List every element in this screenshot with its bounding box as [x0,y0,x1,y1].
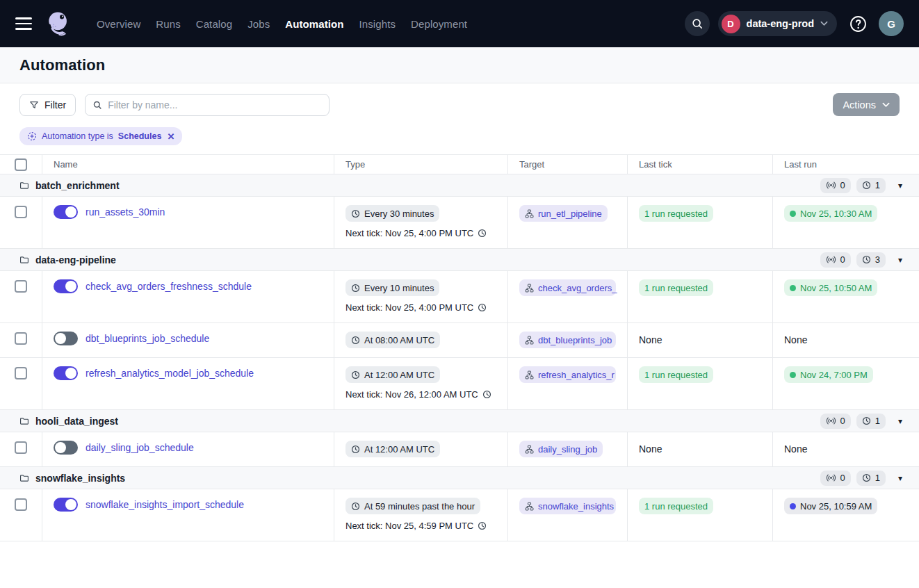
folder-icon [19,255,29,265]
nav-right: D data-eng-prod G [685,11,904,36]
clock-icon [862,473,871,482]
column-header-last-tick: Last tick [628,155,773,174]
dagster-logo-icon[interactable] [43,7,74,40]
folder-icon [19,181,29,190]
name-filter-input[interactable] [108,99,322,111]
actions-button-label: Actions [843,99,876,111]
schedule-toggle[interactable] [54,279,78,293]
group-expand-caret[interactable]: ▾ [891,416,909,426]
group-row: batch_enrichment01▾ [0,174,919,197]
last-tick-none: None [639,334,662,345]
target-job-pill[interactable]: dbt_blueprints_job [519,332,616,348]
user-avatar[interactable]: G [879,11,904,36]
schedule-name-link[interactable]: dbt_blueprints_job_schedule [86,332,209,345]
target-job-pill[interactable]: refresh_analytics_r [519,366,616,383]
nav-items: OverviewRunsCatalogJobsAutomationInsight… [89,18,475,30]
schedule-cadence-pill: At 12:00 AM UTC [345,441,440,457]
schedule-name-link[interactable]: run_assets_30min [86,205,165,219]
last-tick-none: None [639,443,662,455]
group-name: hooli_data_ingest [35,416,118,427]
toolbar: Filter Actions [0,83,919,126]
job-graph-icon [525,445,534,454]
schedule-name-link[interactable]: daily_sling_job_schedule [86,441,194,455]
nav-item-catalog[interactable]: Catalog [188,18,240,30]
funnel-icon [29,100,39,110]
schedule-toggle[interactable] [54,441,78,455]
schedule-cadence-pill: At 12:00 AM UTC [345,366,440,383]
last-tick-status: 1 run requested [639,498,713,514]
schedule-count-badge: 1 [856,414,886,429]
clock-icon [862,416,871,425]
next-tick-label: Next tick: Nov 26, 12:00 AM UTC [345,389,496,400]
table-row: check_avg_orders_freshness_schduleEvery … [0,271,919,323]
sensor-count-badge: 0 [820,252,851,268]
row-checkbox[interactable] [15,206,27,218]
chevron-down-icon [882,102,890,108]
schedule-name-link[interactable]: check_avg_orders_freshness_schdule [86,279,252,293]
target-job-pill[interactable]: daily_sling_job [519,441,603,457]
job-graph-icon [525,502,534,511]
last-tick-status: 1 run requested [639,205,713,222]
title-bar: Automation [0,47,919,83]
group-row: data-eng-pipeline03▾ [0,249,919,271]
folder-icon [19,416,29,426]
schedule-count-badge: 1 [856,178,886,193]
schedule-toggle[interactable] [54,366,78,380]
group-name: data-eng-pipeline [35,254,116,266]
nav-item-automation[interactable]: Automation [277,18,351,30]
row-checkbox[interactable] [15,367,27,379]
table-row: run_assets_30minEvery 30 minutesNext tic… [0,197,919,249]
schedule-name-link[interactable]: snowflake_insights_import_schedule [86,498,244,512]
run-in-progress-dot [790,503,796,509]
target-job-pill[interactable]: run_etl_pipeline [519,205,608,222]
chevron-down-icon [820,21,828,26]
clock-icon [351,445,360,454]
sensor-count-badge: 0 [820,414,851,429]
nav-item-deployment[interactable]: Deployment [403,18,475,30]
nav-item-insights[interactable]: Insights [352,18,404,30]
nav-item-runs[interactable]: Runs [148,18,188,30]
select-all-checkbox[interactable] [15,158,27,171]
menu-icon[interactable] [15,17,32,30]
run-success-dot [790,372,796,378]
next-tick-label: Next tick: Nov 25, 4:59 PM UTC [345,521,496,531]
last-run-status[interactable]: Nov 25, 10:50 AM [784,279,877,296]
search-icon[interactable] [685,11,710,36]
schedule-count-badge: 3 [856,252,886,268]
schedule-toggle[interactable] [54,205,78,219]
group-expand-caret[interactable]: ▾ [891,473,909,483]
close-icon[interactable]: ✕ [167,131,174,142]
clock-icon [351,209,360,218]
row-checkbox[interactable] [15,498,27,511]
help-icon[interactable] [845,11,870,36]
table-body: batch_enrichment01▾run_assets_30minEvery… [0,174,919,541]
group-row: hooli_data_ingest01▾ [0,410,919,432]
automation-type-filter-chip[interactable]: Automation type is Schedules ✕ [19,127,182,145]
actions-button[interactable]: Actions [833,93,900,116]
last-run-status[interactable]: Nov 25, 10:30 AM [784,205,877,222]
schedule-name-link[interactable]: refresh_analytics_model_job_schedule [86,366,254,380]
group-expand-caret[interactable]: ▾ [891,255,909,265]
nav-item-overview[interactable]: Overview [89,18,148,30]
sensor-icon [826,416,836,426]
row-checkbox[interactable] [15,332,27,345]
schedule-cadence-pill: At 59 minutes past the hour [345,498,480,514]
last-run-status[interactable]: Nov 24, 7:00 PM [784,366,873,383]
clock-icon [351,284,360,293]
job-graph-icon [525,284,534,293]
last-run-status[interactable]: Nov 25, 10:59 AM [784,498,877,514]
workspace-switcher[interactable]: D data-eng-prod [718,11,837,36]
row-checkbox[interactable] [15,280,27,293]
schedule-toggle[interactable] [54,332,78,345]
run-success-dot [790,285,796,291]
filter-chip-prefix: Automation type is [42,131,113,141]
sensor-count-badge: 0 [820,178,851,193]
schedule-toggle[interactable] [54,498,78,512]
target-job-pill[interactable]: check_avg_orders_ [519,279,616,296]
group-expand-caret[interactable]: ▾ [891,181,909,190]
target-job-pill[interactable]: snowflake_insights [519,498,616,514]
filter-button[interactable]: Filter [19,94,76,116]
automation-icon [27,131,37,141]
row-checkbox[interactable] [15,441,27,454]
nav-item-jobs[interactable]: Jobs [240,18,277,30]
